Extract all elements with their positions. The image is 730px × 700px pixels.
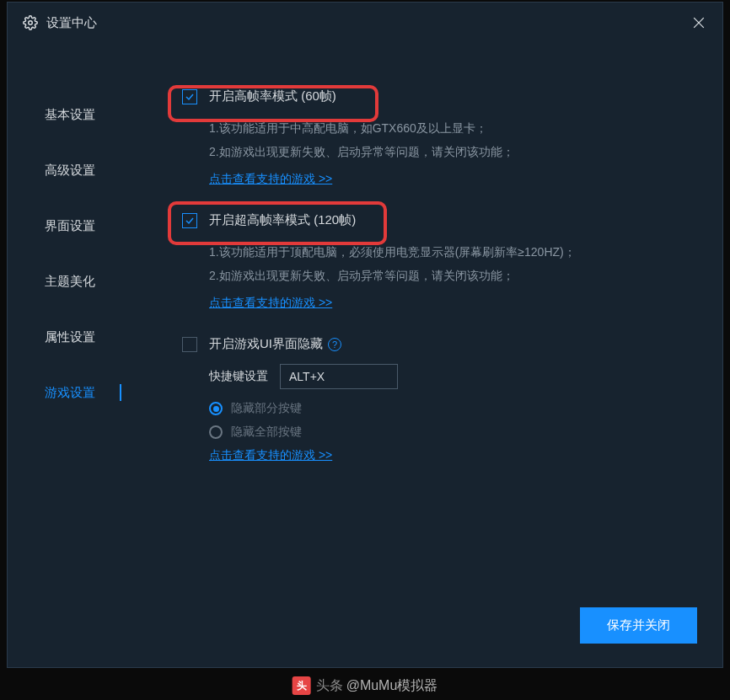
- radio-row-all[interactable]: 隐藏全部按键: [209, 425, 697, 440]
- sidebar: 基本设置 高级设置 界面设置 主题美化 属性设置 游戏设置: [8, 43, 121, 667]
- checkbox-label-60fps: 开启高帧率模式 (60帧): [209, 88, 336, 104]
- help-icon[interactable]: ?: [328, 338, 341, 351]
- sidebar-item-advanced[interactable]: 高级设置: [8, 142, 121, 198]
- link-supported-games-1[interactable]: 点击查看支持的游戏 >>: [209, 172, 332, 187]
- desc-60fps-1: 1.该功能适用于中高配电脑，如GTX660及以上显卡；: [209, 116, 697, 140]
- section-ultra-fps: 开启超高帧率模式 (120帧) 1.该功能适用于顶配电脑，必须使用电竞显示器(屏…: [182, 212, 697, 311]
- desc-120fps-2: 2.如游戏出现更新失败、启动异常等问题，请关闭该功能；: [209, 264, 697, 287]
- checkbox-label-120fps: 开启超高帧率模式 (120帧): [209, 212, 356, 228]
- checkbox-uihide[interactable]: [182, 337, 197, 352]
- settings-window: 设置中心 基本设置 高级设置 界面设置 主题美化 属性设置 游戏设置 开启高帧率…: [7, 2, 723, 668]
- radio-all: [209, 425, 223, 439]
- desc-60fps-2: 2.如游戏出现更新失败、启动异常等问题，请关闭该功能；: [209, 140, 697, 163]
- section-high-fps: 开启高帧率模式 (60帧) 1.该功能适用于中高配电脑，如GTX660及以上显卡…: [182, 88, 697, 187]
- hotkey-label: 快捷键设置: [209, 369, 268, 384]
- sidebar-item-game[interactable]: 游戏设置: [8, 365, 121, 420]
- checkbox-60fps[interactable]: [182, 89, 197, 104]
- checkbox-label-uihide: 开启游戏UI界面隐藏: [209, 336, 323, 352]
- hotkey-row: 快捷键设置: [209, 364, 697, 389]
- radio-label-all: 隐藏全部按键: [231, 425, 302, 440]
- radio-label-partial: 隐藏部分按键: [231, 401, 302, 416]
- check-icon: [185, 92, 195, 102]
- sidebar-item-properties[interactable]: 属性设置: [8, 309, 121, 365]
- sidebar-item-interface[interactable]: 界面设置: [8, 198, 121, 254]
- sidebar-item-theme[interactable]: 主题美化: [8, 254, 121, 309]
- content-panel: 开启高帧率模式 (60帧) 1.该功能适用于中高配电脑，如GTX660及以上显卡…: [121, 43, 722, 667]
- close-button[interactable]: [690, 14, 707, 31]
- sidebar-item-basic[interactable]: 基本设置: [8, 87, 121, 142]
- save-close-button[interactable]: 保存并关闭: [580, 607, 697, 644]
- window-body: 基本设置 高级设置 界面设置 主题美化 属性设置 游戏设置 开启高帧率模式 (6…: [8, 43, 722, 667]
- hotkey-input[interactable]: [280, 364, 398, 389]
- radio-row-partial[interactable]: 隐藏部分按键: [209, 401, 697, 416]
- window-title: 设置中心: [46, 15, 97, 31]
- titlebar: 设置中心: [8, 3, 722, 43]
- desc-120fps-1: 1.该功能适用于顶配电脑，必须使用电竞显示器(屏幕刷新率≥120HZ)；: [209, 240, 697, 264]
- watermark-prefix: 头条: [316, 677, 343, 695]
- link-supported-games-2[interactable]: 点击查看支持的游戏 >>: [209, 296, 332, 311]
- section-ui-hide: 开启游戏UI界面隐藏 ? 快捷键设置 隐藏部分按键 隐藏全部按键 点击查看支持的…: [182, 336, 697, 463]
- svg-point-0: [29, 21, 33, 25]
- watermark-handle: @MuMu模拟器: [346, 677, 438, 695]
- radio-partial: [209, 402, 223, 415]
- link-supported-games-3[interactable]: 点击查看支持的游戏 >>: [209, 448, 332, 463]
- checkbox-row-120fps: 开启超高帧率模式 (120帧): [182, 212, 697, 228]
- check-icon: [185, 216, 195, 226]
- watermark: 头 头条 @MuMu模拟器: [293, 676, 438, 695]
- toutiao-icon: 头: [293, 676, 311, 695]
- checkbox-row-60fps: 开启高帧率模式 (60帧): [182, 88, 697, 104]
- gear-icon: [23, 15, 38, 30]
- checkbox-row-uihide: 开启游戏UI界面隐藏 ?: [182, 336, 697, 352]
- checkbox-120fps[interactable]: [182, 213, 197, 228]
